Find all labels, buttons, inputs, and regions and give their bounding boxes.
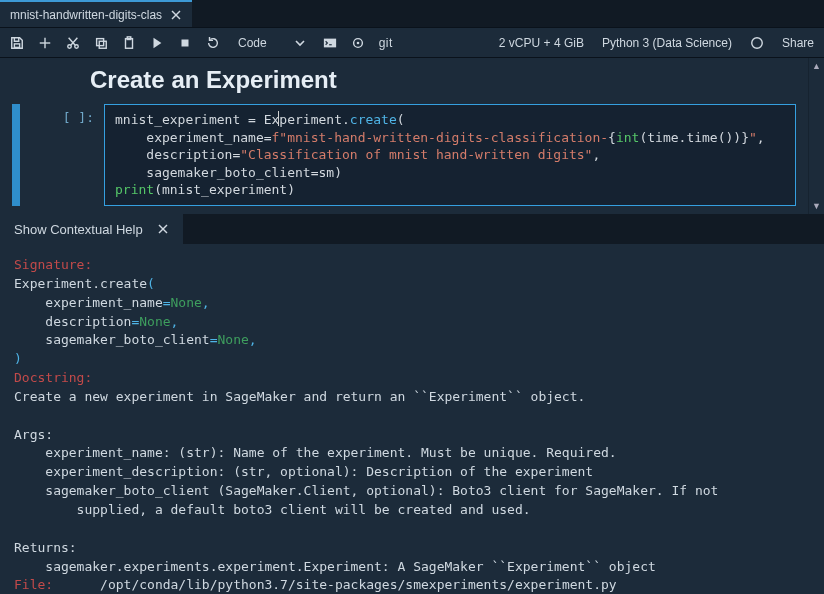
terminal-icon[interactable] xyxy=(323,36,337,50)
cell-type-select[interactable]: Code xyxy=(234,36,309,50)
close-icon[interactable] xyxy=(157,223,169,235)
text-cursor xyxy=(278,111,279,126)
code-editor[interactable]: mnist_experiment = Experiment.create( ex… xyxy=(104,104,796,206)
file-tab[interactable]: mnist-handwritten-digits-clas xyxy=(0,0,192,27)
notebook-toolbar: Code git 2 vCPU + 4 GiB Python 3 (Data S… xyxy=(0,28,824,58)
svg-point-18 xyxy=(356,41,359,44)
contextual-help-pane: Signature: Experiment.create( experiment… xyxy=(0,244,824,594)
svg-rect-15 xyxy=(324,38,336,47)
file-tab-title: mnist-handwritten-digits-clas xyxy=(10,8,162,22)
contextual-help-tab-title: Show Contextual Help xyxy=(14,222,143,237)
code-cell[interactable]: [ ]: mnist_experiment = Experiment.creat… xyxy=(12,104,796,206)
file-tab-bar: mnist-handwritten-digits-clas xyxy=(0,0,824,28)
svg-rect-14 xyxy=(182,39,189,46)
scroll-up-icon[interactable]: ▲ xyxy=(809,58,824,74)
status-group: 2 vCPU + 4 GiB Python 3 (Data Science) S… xyxy=(499,36,814,50)
vertical-scrollbar[interactable]: ▲ ▼ xyxy=(808,58,824,214)
contextual-help-tab[interactable]: Show Contextual Help xyxy=(0,214,183,244)
markdown-heading: Create an Experiment xyxy=(90,66,796,94)
cell-type-label: Code xyxy=(238,36,267,50)
svg-point-5 xyxy=(68,44,72,48)
kernel-idle-icon xyxy=(750,36,764,50)
svg-point-19 xyxy=(752,37,763,48)
kernel-name[interactable]: Python 3 (Data Science) xyxy=(602,36,732,50)
restart-icon[interactable] xyxy=(206,36,220,50)
run-icon[interactable] xyxy=(150,36,164,50)
copy-icon[interactable] xyxy=(94,36,108,50)
stop-icon[interactable] xyxy=(178,36,192,50)
svg-marker-13 xyxy=(154,37,162,48)
cut-icon[interactable] xyxy=(66,36,80,50)
save-icon[interactable] xyxy=(10,36,24,50)
git-button[interactable]: git xyxy=(379,36,393,50)
kernel-status-icon[interactable] xyxy=(351,36,365,50)
svg-rect-9 xyxy=(97,38,104,45)
paste-icon[interactable] xyxy=(122,36,136,50)
cell-active-indicator xyxy=(12,104,20,206)
compute-resources[interactable]: 2 vCPU + 4 GiB xyxy=(499,36,584,50)
cell-prompt: [ ]: xyxy=(20,104,104,206)
svg-point-6 xyxy=(75,44,79,48)
bottom-panel-tab-bar: Show Contextual Help xyxy=(0,214,824,244)
notebook-area: Create an Experiment [ ]: mnist_experime… xyxy=(0,58,824,214)
svg-rect-10 xyxy=(99,41,106,48)
scroll-down-icon[interactable]: ▼ xyxy=(809,198,824,214)
add-cell-icon[interactable] xyxy=(38,36,52,50)
share-button[interactable]: Share xyxy=(782,36,814,50)
svg-rect-2 xyxy=(14,43,19,47)
chevron-down-icon xyxy=(295,38,305,48)
close-icon[interactable] xyxy=(170,9,182,21)
